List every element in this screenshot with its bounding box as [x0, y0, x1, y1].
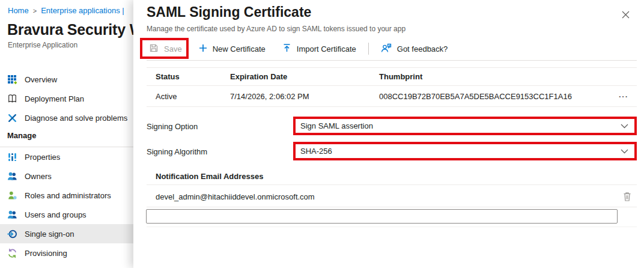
feedback-icon [381, 43, 392, 55]
sidebar-item-label: Provisioning [25, 249, 67, 258]
sidebar-item-label: Overview [25, 75, 57, 84]
sidebar-item-properties[interactable]: Properties [0, 147, 133, 166]
panel-title: SAML Signing Certificate [147, 4, 311, 20]
chevron-down-icon [621, 147, 628, 156]
divider [147, 227, 637, 227]
signing-option-label: Signing Option [147, 122, 198, 131]
page-title: Bravura Security W [7, 21, 133, 38]
signing-option-value: Sign SAML assertion [300, 121, 373, 130]
plus-icon [199, 44, 207, 54]
sidebar-item-provisioning[interactable]: Provisioning [0, 243, 133, 263]
column-header-expiration: Expiration Date [230, 72, 379, 81]
roles-administrators-icon [7, 190, 17, 201]
sidebar-item-label: Properties [25, 153, 60, 162]
certificate-status: Active [147, 92, 230, 101]
signing-algorithm-value: SHA-256 [300, 147, 332, 156]
save-icon [149, 43, 159, 55]
certificate-row: Active 7/14/2026, 2:06:02 PM 008CC19B72B… [147, 86, 637, 107]
signing-option-annotation-box: Sign SAML assertion [293, 117, 637, 135]
signing-algorithm-dropdown[interactable]: SHA-256 [296, 144, 634, 158]
certificate-table: Status Expiration Date Thumbprint Active… [147, 67, 637, 107]
upload-icon [282, 43, 291, 55]
toolbar-divider [368, 43, 369, 55]
notification-emails-header: Notification Email Addresses [156, 172, 263, 181]
certificate-expiration: 7/14/2026, 2:06:02 PM [230, 92, 379, 101]
provisioning-icon [7, 248, 17, 258]
save-button[interactable]: Save [141, 38, 190, 59]
sidebar-item-label: Users and groups [25, 210, 87, 219]
breadcrumb-enterprise-applications-link[interactable]: Enterprise applications | [41, 6, 124, 15]
got-feedback-label: Got feedback? [397, 44, 448, 53]
sidebar-item-label: Deployment Plan [25, 94, 84, 103]
signing-algorithm-annotation-box: SHA-256 [293, 142, 637, 160]
breadcrumb: Home>Enterprise applications | [8, 6, 124, 15]
sidebar-item-label: Diagnose and solve problems [25, 114, 127, 123]
properties-icon [7, 152, 17, 162]
certificate-table-header: Status Expiration Date Thumbprint [147, 67, 637, 86]
save-button-label: Save [164, 44, 182, 53]
sidebar-item-deployment-plan[interactable]: Deployment Plan [0, 89, 133, 108]
owners-icon [7, 171, 17, 181]
delete-email-icon[interactable] [621, 190, 633, 203]
signing-option-dropdown[interactable]: Sign SAML assertion [296, 119, 634, 133]
divider [147, 184, 637, 185]
breadcrumb-separator: > [33, 7, 37, 14]
new-certificate-label: New Certificate [213, 44, 266, 53]
more-options-icon[interactable]: ··· [610, 92, 637, 101]
overview-icon [7, 75, 17, 85]
close-icon[interactable] [618, 7, 633, 22]
sidebar-item-label: Roles and administrators [25, 191, 111, 200]
new-email-input[interactable] [146, 209, 618, 224]
single-sign-on-icon [7, 229, 17, 239]
sidebar-item-overview[interactable]: Overview [0, 70, 133, 89]
column-header-thumbprint: Thumbprint [379, 72, 610, 81]
chevron-down-icon [621, 121, 628, 130]
sidebar-item-single-sign-on[interactable]: Single sign-on [0, 224, 133, 243]
sidebar-item-users-and-groups[interactable]: Users and groups [0, 205, 133, 224]
notification-email-value: devel_admin@hitachiiddevel.onmicrosoft.c… [156, 192, 315, 201]
panel-toolbar: Save New Certificate Import Certificate … [141, 38, 456, 59]
import-certificate-button[interactable]: Import Certificate [274, 38, 365, 59]
certificate-thumbprint: 008CC19B72B70EB5A7A5DE5BACCE9153CC1F1A16 [379, 92, 610, 101]
divider [147, 207, 637, 207]
breadcrumb-home-link[interactable]: Home [8, 6, 29, 15]
sidebar-nav: Overview Deployment Plan Diagnose and so… [0, 70, 133, 263]
deployment-plan-icon [7, 94, 17, 104]
sidebar-item-label: Owners [25, 172, 52, 181]
sidebar-item-roles-and-administrators[interactable]: Roles and administrators [0, 186, 133, 205]
sidebar-item-owners[interactable]: Owners [0, 166, 133, 186]
sidebar-item-diagnose[interactable]: Diagnose and solve problems [0, 108, 133, 127]
import-certificate-label: Import Certificate [297, 44, 356, 53]
toolbar-divider-line [147, 60, 637, 61]
got-feedback-button[interactable]: Got feedback? [372, 38, 457, 59]
saml-signing-certificate-panel: SAML Signing Certificate Manage the cert… [133, 0, 644, 268]
diagnose-icon [7, 113, 17, 123]
page-subtitle: Enterprise Application [8, 41, 77, 49]
sidebar-section-manage: Manage [0, 131, 133, 147]
signing-algorithm-label: Signing Algorithm [147, 147, 207, 156]
column-header-status: Status [147, 72, 230, 81]
new-certificate-button[interactable]: New Certificate [190, 38, 274, 59]
enterprise-app-page: Home>Enterprise applications | Bravura S… [0, 0, 133, 268]
users-groups-icon [7, 210, 17, 220]
sidebar-item-label: Single sign-on [25, 230, 74, 239]
panel-subtitle: Manage the certificate used by Azure AD … [147, 25, 406, 33]
